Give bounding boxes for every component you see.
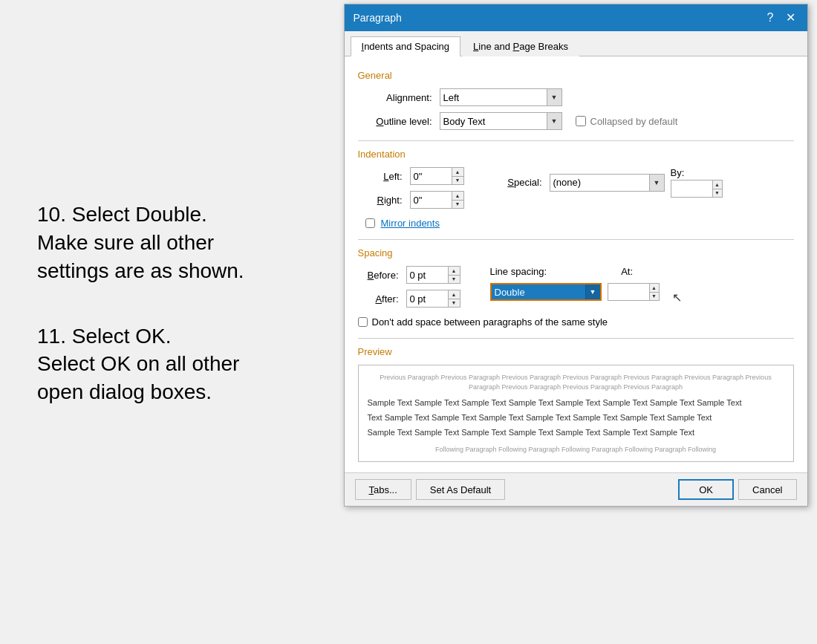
- after-down[interactable]: ▼: [449, 299, 460, 308]
- footer-right: OK Cancel: [678, 479, 796, 500]
- mirror-label[interactable]: Mirror indents: [381, 218, 440, 229]
- left-right-group: Left: ▲ ▼ Right:: [358, 167, 464, 215]
- help-button[interactable]: ?: [764, 12, 777, 24]
- preview-sample-line-2: Text Sample Text Sample Text Sample Text…: [368, 411, 784, 426]
- before-input[interactable]: [407, 267, 448, 283]
- special-dropdown[interactable]: (none) First line Hanging ▼: [550, 174, 665, 192]
- before-arrows: ▲ ▼: [448, 267, 460, 283]
- before-down[interactable]: ▼: [449, 276, 460, 284]
- dont-add-space-checkbox[interactable]: [358, 317, 368, 327]
- cancel-label: Cancel: [752, 484, 782, 495]
- alignment-select[interactable]: Left Center Right Justified: [440, 89, 547, 105]
- by-down[interactable]: ▼: [713, 189, 722, 198]
- collapsed-checkbox[interactable]: [576, 116, 586, 126]
- after-label: After:: [358, 293, 406, 305]
- ok-button[interactable]: OK: [678, 479, 734, 500]
- at-input[interactable]: [608, 284, 649, 300]
- alignment-row: Alignment: Left Center Right Justified ▼: [358, 88, 794, 106]
- collapsed-checkbox-row: Collapsed by default: [576, 116, 678, 127]
- special-select[interactable]: (none) First line Hanging: [550, 175, 649, 191]
- at-down[interactable]: ▼: [650, 293, 659, 301]
- at-spinbox[interactable]: ▲ ▼: [608, 283, 660, 301]
- after-arrows: ▲ ▼: [448, 290, 460, 307]
- indent-right-arrows: ▲ ▼: [452, 192, 463, 208]
- indent-left-input[interactable]: [411, 168, 452, 184]
- cancel-button[interactable]: Cancel: [738, 479, 796, 500]
- by-input[interactable]: [671, 180, 712, 197]
- before-after-group: Before: ▲ ▼ After:: [358, 266, 460, 313]
- special-label-text: Special:: [507, 177, 541, 188]
- indent-right-label: Right:: [358, 195, 410, 206]
- by-group: By: ▲ ▼: [671, 167, 723, 198]
- indent-left-arrows: ▲ ▼: [452, 168, 463, 184]
- footer-left: Tabs... Set As Default: [355, 479, 506, 500]
- step10-text: 10. Select Double. Make sure all other s…: [37, 201, 312, 284]
- line-spacing-select[interactable]: Single 1.5 lines Double At least Exactly…: [492, 284, 585, 299]
- paragraph-dialog: Paragraph ? ✕ Indents and Spacing Line a…: [344, 4, 808, 507]
- indent-left-row: Left: ▲ ▼: [358, 167, 464, 185]
- title-bar: Paragraph ? ✕: [345, 4, 807, 31]
- ok-label: OK: [699, 484, 713, 495]
- line-spacing-dropdown[interactable]: Single 1.5 lines Double At least Exactly…: [490, 283, 602, 301]
- close-button[interactable]: ✕: [783, 12, 798, 24]
- outline-dropdown[interactable]: Body Text Level 1 Level 2 ▼: [440, 112, 562, 130]
- tabs-button[interactable]: Tabs...: [355, 479, 411, 500]
- set-default-button[interactable]: Set As Default: [416, 479, 505, 500]
- line-spacing-header-row: Line spacing: At:: [490, 266, 660, 277]
- step11-text: 11. Select OK. Select OK on all other op…: [37, 322, 312, 406]
- indent-left-down[interactable]: ▼: [452, 177, 463, 185]
- by-label: By:: [671, 167, 723, 178]
- alignment-dropdown[interactable]: Left Center Right Justified ▼: [440, 88, 562, 106]
- instruction-step11: 11. Select OK. Select OK on all other op…: [37, 322, 312, 406]
- preview-sample-line-1: Sample Text Sample Text Sample Text Samp…: [368, 396, 784, 411]
- indent-right-down[interactable]: ▼: [452, 201, 463, 209]
- preview-section-header: Preview: [358, 346, 794, 357]
- dialog-footer: Tabs... Set As Default OK Cancel: [345, 472, 807, 506]
- special-dropdown-arrow: ▼: [649, 175, 664, 191]
- special-row: Special: (none) First line Hanging ▼: [494, 167, 723, 198]
- instruction-step10: 10. Select Double. Make sure all other s…: [37, 201, 312, 284]
- spacing-divider: [358, 338, 794, 339]
- indent-right-input[interactable]: [411, 192, 452, 208]
- indent-left-spinbox[interactable]: ▲ ▼: [410, 167, 464, 185]
- alignment-dropdown-arrow: ▼: [547, 89, 562, 105]
- after-input[interactable]: [407, 290, 448, 307]
- indent-right-label-text: Right:: [377, 195, 403, 206]
- tab-indents-spacing[interactable]: Indents and Spacing: [351, 36, 461, 56]
- mirror-row: Mirror indents: [365, 218, 794, 229]
- indent-left-label: Left:: [358, 171, 410, 182]
- tab-line-page-breaks[interactable]: Line and Page Breaks: [462, 36, 579, 56]
- by-up[interactable]: ▲: [713, 180, 722, 189]
- indent-left-label-text: Left:: [383, 171, 402, 182]
- indent-right-up[interactable]: ▲: [452, 192, 463, 201]
- spacing-controls: Before: ▲ ▼ After:: [358, 266, 794, 313]
- dont-add-space-label: Don't add space between paragraphs of th…: [372, 316, 608, 328]
- dialog-body: General Alignment: Left Center Right Jus…: [345, 56, 807, 472]
- indentation-divider: [358, 239, 794, 240]
- instruction-area: 10. Select Double. Make sure all other s…: [0, 0, 334, 644]
- after-spinbox[interactable]: ▲ ▼: [406, 290, 460, 308]
- before-spinbox[interactable]: ▲ ▼: [406, 266, 460, 284]
- tab-line-page-breaks-label: Line and Page Breaks: [473, 41, 568, 52]
- indent-left-up[interactable]: ▲: [452, 168, 463, 177]
- line-spacing-group: Line spacing: At: Single 1.5 lines Doubl…: [490, 266, 660, 307]
- special-by-controls: (none) First line Hanging ▼ By:: [550, 167, 723, 198]
- indent-right-spinbox[interactable]: ▲ ▼: [410, 191, 464, 209]
- outline-select[interactable]: Body Text Level 1 Level 2: [440, 113, 547, 129]
- after-up[interactable]: ▲: [449, 290, 460, 299]
- line-spacing-dropdown-arrow: ▼: [585, 284, 600, 299]
- line-spacing-label: Line spacing:: [490, 266, 547, 277]
- title-bar-controls: ? ✕: [764, 12, 798, 24]
- before-label-text: Before:: [368, 270, 399, 281]
- mirror-checkbox[interactable]: [365, 218, 375, 228]
- alignment-label: Alignment:: [358, 92, 440, 103]
- by-spinbox[interactable]: ▲ ▼: [671, 180, 723, 198]
- before-row: Before: ▲ ▼: [358, 266, 460, 284]
- tab-strip: Indents and Spacing Line and Page Breaks: [345, 31, 807, 56]
- preview-previous-text: Previous Paragraph Previous Paragraph Pr…: [368, 373, 784, 391]
- dialog-title: Paragraph: [354, 12, 402, 24]
- preview-section: Preview Previous Paragraph Previous Para…: [358, 346, 794, 462]
- at-up[interactable]: ▲: [650, 284, 659, 293]
- before-label: Before:: [358, 270, 406, 281]
- before-up[interactable]: ▲: [449, 267, 460, 276]
